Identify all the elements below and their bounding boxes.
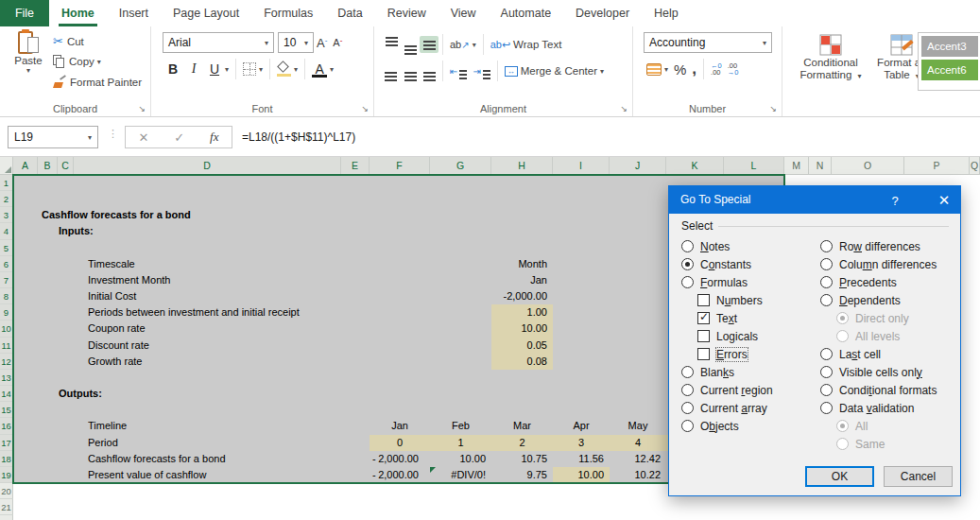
bold-button[interactable]: B	[163, 59, 183, 79]
decrease-indent-button[interactable]: ⇤	[447, 61, 470, 81]
row-header-7[interactable]: 7	[0, 272, 13, 288]
checkbox-errors[interactable]: Errors	[697, 345, 748, 363]
paste-button[interactable]: Paste ▾	[8, 30, 49, 75]
align-left-button[interactable]	[382, 62, 401, 79]
cell-style-accent3[interactable]: Accent3	[921, 36, 978, 57]
number-dialog-launcher[interactable]: ↘	[769, 104, 777, 113]
cell-input-label-r12[interactable]: Growth rate	[88, 354, 362, 370]
cell-H8[interactable]: -2,000.00	[491, 288, 553, 304]
orientation-button[interactable]: ab↗▾	[447, 34, 479, 55]
radio-control[interactable]	[681, 258, 694, 270]
insert-function-icon[interactable]: fx	[210, 130, 218, 145]
clipboard-dialog-launcher[interactable]: ↘	[138, 104, 146, 113]
radio-control[interactable]	[820, 348, 833, 360]
row-header-10[interactable]: 10	[0, 321, 13, 337]
percent-style-button[interactable]: %	[671, 59, 689, 79]
checkbox-control[interactable]	[697, 312, 710, 324]
tab-help[interactable]: Help	[642, 0, 691, 26]
cell-cashflow-label[interactable]: Cashflow forecasts for a bond	[88, 451, 362, 467]
cell-input-label-r10[interactable]: Coupon rate	[88, 321, 362, 337]
italic-button[interactable]: I	[183, 59, 204, 79]
cell-period-0[interactable]: 0	[370, 435, 430, 451]
radio-control[interactable]	[681, 276, 694, 288]
middle-align-button[interactable]	[401, 36, 420, 53]
cell-cashflow-H18[interactable]: 10.75	[491, 451, 553, 467]
cell-period-label[interactable]: Period	[88, 435, 362, 451]
radio-control[interactable]	[820, 384, 833, 396]
col-header-Q[interactable]: Q	[970, 157, 980, 175]
borders-button[interactable]: ▾	[240, 59, 266, 79]
cell-input-label-r6[interactable]: Timescale	[88, 256, 362, 272]
cell-H9[interactable]: 1.00	[491, 304, 553, 321]
row-header-16[interactable]: 16	[0, 418, 13, 434]
radio-visible-cells-only[interactable]: Visible cells only	[820, 363, 922, 381]
row-header-17[interactable]: 17	[0, 435, 13, 451]
col-header-F[interactable]: F	[370, 157, 430, 175]
formula-text[interactable]: =L18/((1+$H$11)^L17)	[242, 126, 355, 148]
cell-period-4[interactable]: 4	[610, 435, 666, 451]
checkbox-text[interactable]: Text	[697, 309, 737, 327]
col-header-H[interactable]: H	[491, 157, 553, 175]
cell-month-Mar[interactable]: Mar	[491, 418, 553, 434]
row-header-6[interactable]: 6	[0, 256, 13, 272]
col-header-D[interactable]: D	[74, 157, 341, 175]
cell-pv-label[interactable]: Present value of cashflow	[88, 467, 362, 483]
tab-formulas[interactable]: Formulas	[251, 0, 325, 26]
col-header-N[interactable]: N	[809, 157, 832, 175]
font-color-button[interactable]: A▾	[309, 59, 336, 79]
radio-formulas[interactable]: Formulas	[681, 273, 748, 291]
comma-style-button[interactable]: ,	[689, 59, 699, 79]
copy-button[interactable]: Copy ▾	[53, 55, 150, 68]
cell-period-1[interactable]: 1	[430, 435, 491, 451]
row-header-8[interactable]: 8	[0, 288, 13, 304]
dialog-title-bar[interactable]: Go To Special	[668, 185, 961, 214]
radio-conditional-formats[interactable]: Conditional formats	[820, 381, 937, 399]
radio-control[interactable]	[820, 402, 833, 414]
row-header-3[interactable]: 3	[0, 207, 13, 223]
col-header-C[interactable]: C	[58, 157, 74, 175]
tab-data[interactable]: Data	[325, 0, 374, 26]
radio-control[interactable]	[820, 258, 833, 270]
col-header-K[interactable]: K	[666, 157, 724, 175]
col-header-J[interactable]: J	[610, 157, 666, 175]
radio-column-differences[interactable]: Column differences	[820, 255, 937, 273]
number-format-combo[interactable]: Accounting▾	[644, 32, 772, 53]
bottom-align-button[interactable]	[420, 36, 438, 53]
ok-button[interactable]: OK	[805, 466, 874, 487]
radio-precedents[interactable]: Precedents	[820, 273, 897, 291]
cell-inputs-label[interactable]: Inputs:	[59, 223, 200, 239]
checkbox-control[interactable]	[697, 294, 710, 306]
col-header-I[interactable]: I	[553, 157, 610, 175]
cell-input-label-r8[interactable]: Initial Cost	[88, 288, 362, 304]
row-header-9[interactable]: 9	[0, 304, 13, 321]
align-right-button[interactable]	[420, 62, 438, 79]
row-header-19[interactable]: 19	[0, 467, 13, 483]
cell-style-accent6[interactable]: Accent6	[921, 60, 978, 80]
cell-pv-J19[interactable]: 10.22	[610, 467, 666, 483]
cell-title[interactable]: Cashflow forecasts for a bond	[42, 207, 325, 223]
wrap-text-button[interactable]: ab↩Wrap Text	[488, 34, 565, 55]
merge-center-button[interactable]: ↔Merge & Center▾	[502, 61, 607, 81]
tab-file[interactable]: File	[0, 0, 49, 26]
cell-H10[interactable]: 10.00	[491, 321, 553, 337]
row-header-20[interactable]: 20	[0, 483, 13, 499]
radio-last-cell[interactable]: Last cell	[820, 345, 881, 363]
radio-current-array[interactable]: Current array	[681, 399, 767, 417]
cell-cashflow-I18[interactable]: 11.56	[553, 451, 610, 467]
checkbox-numbers[interactable]: Numbers	[697, 291, 763, 309]
top-align-button[interactable]	[382, 36, 401, 53]
radio-row-differences[interactable]: Row differences	[820, 237, 920, 255]
increase-indent-button[interactable]: ⇥	[470, 61, 492, 81]
radio-blanks[interactable]: Blanks	[681, 363, 734, 381]
font-dialog-launcher[interactable]: ↘	[361, 104, 369, 113]
tab-insert[interactable]: Insert	[107, 0, 161, 26]
col-header-O[interactable]: O	[832, 157, 904, 175]
cell-input-label-r9[interactable]: Periods between investment and initial r…	[88, 304, 362, 321]
radio-data-validation[interactable]: Data validation	[820, 399, 914, 417]
accounting-format-button[interactable]: ▾	[644, 59, 671, 79]
radio-control[interactable]	[820, 294, 833, 306]
name-box[interactable]: L19▾	[8, 126, 98, 148]
font-size-combo[interactable]: 10▾	[278, 32, 314, 53]
row-header-5[interactable]: 5	[0, 240, 13, 256]
row-header-12[interactable]: 12	[0, 354, 13, 370]
